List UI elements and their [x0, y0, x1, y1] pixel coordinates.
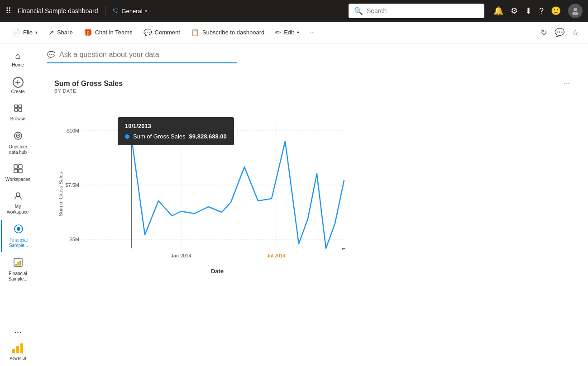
share-icon: ↗ [48, 29, 54, 37]
svg-text:Sum of Gross Sales: Sum of Gross Sales [58, 172, 63, 216]
onelake-icon [13, 131, 23, 143]
sidebar-item-financialreport[interactable]: FinancialSample... [2, 254, 34, 285]
sidebar-onelake-label: OneLakedata hub [9, 144, 27, 155]
create-icon: + [13, 77, 24, 88]
search-icon: 🔍 [354, 7, 363, 15]
svg-point-8 [17, 135, 19, 137]
sidebar-create-label: Create [11, 89, 24, 95]
download-icon[interactable]: ⬇ [525, 6, 532, 16]
svg-rect-3 [19, 105, 22, 108]
comment-icon: 💬 [143, 29, 152, 37]
comment-button[interactable]: 💬 Comment [139, 26, 185, 39]
search-bar[interactable]: 🔍 [349, 4, 484, 18]
browse-icon [14, 104, 23, 115]
myworkspace-icon [14, 191, 23, 203]
sidebar-financial-label: FinancialSample... [9, 238, 28, 248]
nav-icons: 🔔 ⚙ ⬇ ? 🙂 [493, 4, 583, 18]
sidebar-home-label: Home [12, 62, 24, 68]
svg-text:Jan 2014: Jan 2014 [171, 253, 191, 258]
svg-rect-10 [19, 165, 22, 168]
svg-rect-11 [14, 169, 18, 173]
sidebar-item-myworkspace[interactable]: Myworkspace [2, 188, 34, 219]
svg-text:⌐: ⌐ [342, 245, 345, 252]
notifications-icon[interactable]: 🔔 [493, 6, 503, 16]
svg-point-15 [17, 227, 20, 231]
svg-rect-20 [12, 349, 15, 353]
chart-svg: Sum of Gross Sales $10M $7.5M $5M [54, 99, 353, 289]
toolbar: 📄 File ▾ ↗ Share 🎁 Chat in Teams 💬 Comme… [0, 22, 588, 43]
toolbar-right: ↻ 💬 ☆ [539, 26, 581, 39]
svg-point-1 [572, 12, 578, 15]
svg-rect-21 [16, 346, 19, 353]
svg-rect-5 [19, 109, 22, 111]
help-icon[interactable]: ? [539, 6, 544, 16]
svg-text:$10M: $10M [67, 128, 79, 133]
feedback-icon[interactable]: 🙂 [551, 6, 561, 16]
powerbi-logo: Power BI [10, 341, 26, 361]
settings-icon[interactable]: ⚙ [511, 6, 518, 16]
edit-label: Edit [284, 29, 294, 36]
teams-icon: 🎁 [84, 29, 92, 37]
main-content: 💬 Sum of Gross Sales BY DATE ··· 10/1/20… [36, 43, 588, 366]
app-title: Financial Sample dashboard [18, 7, 98, 14]
comment-label: Comment [155, 29, 180, 36]
qa-bar: 💬 [47, 51, 237, 63]
home-icon: ⌂ [15, 51, 20, 61]
subscribe-button[interactable]: 📋 Subscribe to dashboard [186, 26, 269, 39]
edit-icon: ✏ [275, 29, 281, 37]
chart-area: 10/1/2013 Sum of Gross Sales $9,828,688.… [54, 99, 353, 289]
sidebar-item-create[interactable]: + Create [2, 73, 34, 98]
svg-point-0 [574, 8, 577, 11]
chart-title: Sum of Gross Sales [54, 80, 570, 88]
workspace-chevron: ▾ [145, 8, 148, 14]
favorite-icon[interactable]: ☆ [570, 26, 581, 39]
svg-rect-22 [20, 343, 23, 353]
sidebar-item-workspaces[interactable]: Workspaces [2, 161, 34, 186]
sidebar-item-financial[interactable]: FinancialSample... [1, 220, 35, 252]
svg-text:$5M: $5M [70, 237, 79, 242]
chat-label: Chat in Teams [95, 29, 133, 36]
svg-rect-17 [15, 264, 17, 266]
svg-rect-2 [14, 105, 18, 108]
sidebar-workspaces-label: Workspaces [5, 177, 30, 182]
workspace-badge[interactable]: 🛡 General ▾ [113, 7, 147, 14]
chart-menu-button[interactable]: ··· [564, 80, 570, 88]
sidebar-item-onelake[interactable]: OneLakedata hub [2, 127, 34, 159]
shield-icon: 🛡 [113, 7, 119, 14]
svg-text:Date: Date [211, 268, 224, 275]
workspaces-icon [14, 164, 23, 176]
chat-in-teams-button[interactable]: 🎁 Chat in Teams [79, 26, 137, 39]
sidebar-more-icon[interactable]: ··· [14, 327, 22, 337]
subscribe-label: Subscribe to dashboard [202, 29, 264, 36]
sidebar-bottom: ··· Power BI [10, 327, 26, 366]
file-icon: 📄 [12, 29, 20, 37]
subscribe-icon: 📋 [191, 29, 200, 37]
main-layout: ⌂ Home + Create Browse OneLakedata hub W… [0, 43, 588, 366]
qa-input[interactable] [59, 51, 204, 59]
share-button[interactable]: ↗ Share [44, 26, 77, 39]
app-grid-icon[interactable]: ⠿ [5, 6, 11, 16]
svg-point-33 [129, 134, 134, 138]
svg-text:$7.5M: $7.5M [65, 182, 79, 188]
nav-divider [105, 6, 105, 15]
sidebar-item-home[interactable]: ⌂ Home [2, 47, 34, 71]
comments-panel-icon[interactable]: 💬 [553, 26, 566, 39]
svg-rect-19 [19, 261, 21, 266]
financial-active-icon [14, 224, 24, 236]
file-label: File [23, 29, 33, 36]
sidebar-browse-label: Browse [10, 116, 25, 122]
file-button[interactable]: 📄 File ▾ [7, 26, 42, 39]
sidebar: ⌂ Home + Create Browse OneLakedata hub W… [0, 43, 36, 366]
edit-button[interactable]: ✏ Edit ▾ [271, 26, 303, 39]
refresh-icon[interactable]: ↻ [539, 26, 549, 39]
share-label: Share [57, 29, 73, 36]
svg-point-13 [16, 193, 20, 196]
avatar[interactable] [568, 4, 583, 18]
sidebar-item-browse[interactable]: Browse [2, 100, 34, 125]
search-input[interactable] [367, 7, 479, 14]
financialreport-icon [13, 257, 23, 270]
edit-chevron: ▾ [297, 30, 299, 35]
svg-rect-4 [14, 109, 18, 111]
file-chevron: ▾ [35, 30, 38, 35]
more-button[interactable]: ··· [306, 26, 320, 38]
